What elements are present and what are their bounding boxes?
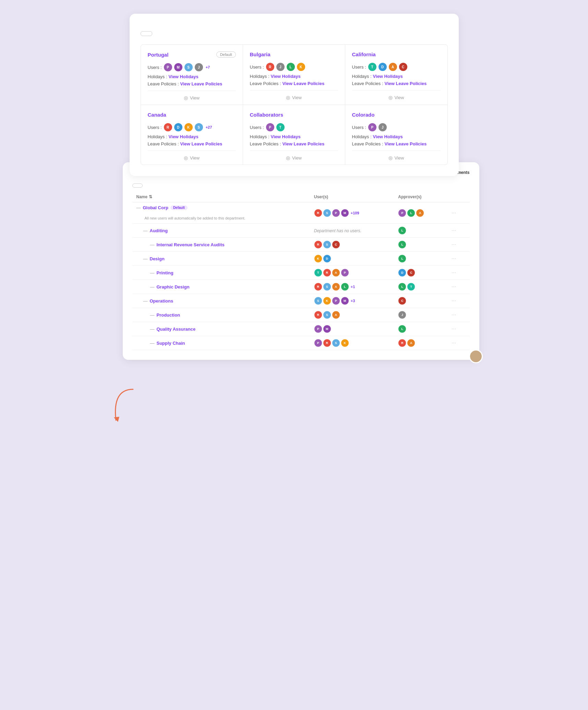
avatar: D (173, 122, 183, 132)
view-policies-link[interactable]: View Leave Policies (385, 81, 427, 86)
view-policies-link[interactable]: View Leave Policies (180, 141, 223, 146)
view-policies-link[interactable]: View Leave Policies (180, 81, 223, 86)
view-row[interactable]: ◎ View (352, 151, 441, 165)
more-menu-icon[interactable]: ··· (450, 326, 457, 332)
view-row[interactable]: ◎ View (250, 151, 338, 165)
location-cell: Bulgaria Users : RJLK Holidays : View Ho… (243, 45, 345, 105)
more-menu-icon[interactable]: ··· (450, 312, 457, 318)
policies-row: Leave Policies : View Leave Policies (148, 81, 236, 86)
view-row[interactable]: ◎ View (250, 90, 338, 104)
actions-cell: ··· (446, 294, 470, 308)
view-row[interactable]: ◎ View (148, 151, 236, 165)
users-cell: RSAL +1 (310, 280, 394, 294)
name-cell: — Internal Revenue Service Audits (132, 238, 310, 252)
dept-name[interactable]: Production (157, 312, 180, 318)
avatars-row: TDAC (368, 62, 408, 72)
dept-avatars: PRSK (314, 339, 390, 347)
policies-row: Leave Policies : View Leave Policies (250, 141, 338, 146)
dept-name[interactable]: Global Corp (143, 205, 168, 210)
more-menu-icon[interactable]: ··· (450, 227, 457, 233)
holidays-row: Holidays : View Holidays (148, 74, 236, 79)
view-policies-link[interactable]: View Leave Policies (283, 81, 325, 86)
approver-avatars: PLA (398, 209, 442, 217)
users-label: Users : (250, 125, 264, 130)
view-holidays-link[interactable]: View Holidays (271, 134, 301, 139)
avatar: R (265, 62, 275, 72)
view-policies-link[interactable]: View Leave Policies (385, 141, 427, 146)
view-holidays-link[interactable]: View Holidays (169, 74, 199, 79)
users-label: Users : (148, 125, 162, 130)
dept-name[interactable]: Quality Assurance (157, 327, 196, 332)
location-name: California (352, 51, 376, 57)
dash: — (143, 298, 148, 304)
dept-sub-text: All new users will automatically be adde… (136, 216, 245, 220)
actions-cell: ··· (446, 224, 470, 238)
user-count: +27 (206, 125, 212, 129)
create-location-button[interactable] (141, 31, 152, 36)
dept-name[interactable]: Auditing (150, 228, 168, 233)
view-policies-link[interactable]: View Leave Policies (283, 141, 325, 146)
avatar: R (323, 269, 331, 277)
avatar: R (323, 339, 331, 347)
dept-name-cell: — Quality Assurance (136, 327, 306, 332)
dept-name[interactable]: Operations (150, 298, 173, 304)
policies-label: Leave Policies : (250, 81, 281, 86)
holidays-row: Holidays : View Holidays (250, 74, 338, 79)
more-menu-icon[interactable]: ··· (450, 298, 457, 304)
location-header: Canada (148, 112, 236, 118)
view-label: View (395, 95, 404, 100)
more-menu-icon[interactable]: ··· (450, 256, 457, 261)
departments-table-body: — Global Corp Default All new users will… (132, 202, 470, 350)
dept-name[interactable]: Design (150, 256, 165, 261)
avatar: S (323, 240, 331, 249)
users-cell: PRSK (310, 336, 394, 350)
avatar: T (407, 283, 415, 291)
dept-name[interactable]: Internal Revenue Service Audits (157, 242, 225, 247)
view-holidays-link[interactable]: View Holidays (373, 74, 403, 79)
avatar: T (276, 122, 285, 132)
avatar: S (184, 62, 193, 72)
users-row: Users : RJLK (250, 62, 338, 72)
create-department-button[interactable] (132, 184, 143, 188)
avatar: J (276, 62, 285, 72)
more-menu-icon[interactable]: ··· (450, 210, 457, 216)
name-cell: — Supply Chain (132, 336, 310, 350)
approvers-cell: C (394, 294, 446, 308)
dept-avatars: KD (314, 255, 390, 263)
approver-avatars: J (398, 311, 442, 319)
avatar: J (194, 62, 204, 72)
more-menu-icon[interactable]: ··· (450, 270, 457, 275)
name-cell: — Graphic Design (132, 280, 310, 294)
avatar: S (323, 209, 331, 217)
table-row: — Production RSA J ··· (132, 308, 470, 322)
avatar: S (323, 283, 331, 291)
default-badge: Default (170, 205, 188, 210)
avatar: R (314, 209, 322, 217)
view-row[interactable]: ◎ View (352, 90, 441, 104)
location-name: Canada (148, 112, 166, 118)
view-row[interactable]: ◎ View (148, 91, 236, 105)
holidays-row: Holidays : View Holidays (148, 134, 236, 139)
dept-name[interactable]: Graphic Design (157, 284, 190, 289)
more-menu-icon[interactable]: ··· (450, 241, 457, 247)
avatar: C (332, 240, 340, 249)
dept-name[interactable]: Supply Chain (157, 341, 185, 346)
view-holidays-link[interactable]: View Holidays (169, 134, 199, 139)
avatar: L (398, 240, 406, 249)
view-holidays-link[interactable]: View Holidays (271, 74, 301, 79)
view-holidays-link[interactable]: View Holidays (373, 134, 403, 139)
dept-name-cell: — Global Corp Default (136, 205, 306, 210)
users-cell: RSPM +109 (310, 202, 394, 224)
location-cell: Collaborators Users : PT Holidays : View… (243, 105, 345, 165)
more-menu-icon[interactable]: ··· (450, 340, 457, 346)
avatar: K (296, 62, 306, 72)
actions-cell: ··· (446, 280, 470, 294)
table-row: — Printing TRAP DC ··· (132, 266, 470, 280)
avatar: S (323, 311, 331, 319)
dept-name-cell: — Production (136, 312, 306, 318)
avatar: D (378, 62, 387, 72)
dept-name[interactable]: Printing (157, 270, 173, 275)
more-menu-icon[interactable]: ··· (450, 284, 457, 289)
avatar: A (332, 311, 340, 319)
view-label: View (292, 95, 302, 100)
